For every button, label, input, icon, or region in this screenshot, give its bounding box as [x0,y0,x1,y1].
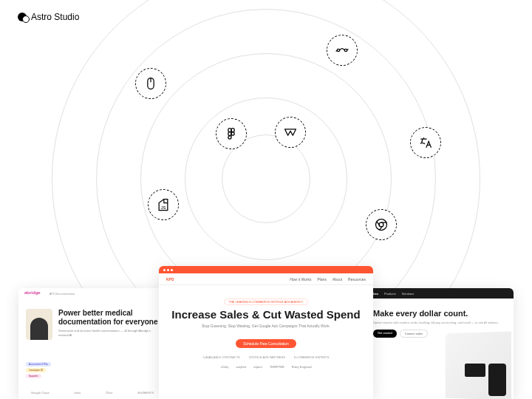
showcase-card-abridge: abridge API Documentation Power better m… [18,288,166,399]
card-brand: KPD [166,277,174,282]
logo: THRIFTED [270,365,284,369]
figma-icon [216,118,247,149]
hero-image [26,309,52,340]
card-nav: KPD How it Works Plans About Resources [159,273,373,285]
phone-mockup [488,364,506,396]
pen-tool-icon [327,35,358,66]
svg-point-3 [344,49,347,51]
logo: ELEMENTS [137,391,154,395]
translate-icon [410,127,441,158]
pill: Lorazepam 20 [26,368,46,372]
secondary-button[interactable]: Contact sales [400,330,428,338]
cta-button[interactable]: Schedule Free Consultation [236,339,296,348]
svg-point-10 [379,222,383,227]
card-sub: Summarize and structure health conversat… [58,329,159,337]
astro-logo-mark [18,13,27,21]
svg-text:JS: JS [161,205,166,210]
pill: Ibuprofen [26,374,41,378]
meta-row: 5-AVAILABLE CONTRACTS GOOGLE ADS PARTNER… [168,355,364,359]
badge: THE LEADING E-COMMERCE GOOGLE ADS AGENCY [224,299,309,305]
logo: Google Cloud [31,391,49,395]
logo: twilio [74,391,81,395]
logo: Ruby England [292,365,312,369]
showcase-cards: abridge API Documentation Power better m… [0,251,532,399]
mouse-icon [135,68,166,99]
logo: wayfair [236,365,247,369]
meta-item: GOOGLE ADS PARTNERS [249,355,285,359]
card-mockup [465,364,485,377]
card-body: Power better medical documentation for e… [18,299,166,350]
card-headline: Make every dollar count. [373,309,506,318]
pill-group: Assessment & Plan Lorazepam 20 Ibuprofen [26,362,51,378]
svg-rect-5 [231,129,234,132]
webflow-icon [275,117,306,148]
showcase-card-brex: Brex Products Solutions Make every dolla… [366,288,514,399]
card-sub: Spend smarter with modern cards, banking… [373,321,506,325]
brand-logo: Astro Studio [18,12,79,22]
svg-point-7 [231,132,234,135]
svg-point-2 [337,49,339,51]
card-brand: abridge [24,290,41,295]
nav-item: Plans [318,277,327,282]
nav-item: Products [384,292,396,296]
logo: alpani [253,365,262,369]
card-body: THE LEADING E-COMMERCE GOOGLE ADS AGENCY… [159,285,373,376]
brand-name: Astro Studio [31,12,79,22]
card-nav: Brex Products Solutions [366,288,514,299]
card-headline: Increase Sales & Cut Wasted Spend [168,308,364,321]
nav-item: About [332,277,342,282]
logo-row: Google Cloud twilio Olive ELEMENTS [18,391,166,395]
logo: Olive [106,391,112,395]
chrome-icon [366,209,397,240]
nav-item: Solutions [402,292,414,296]
card-sub: Stop Guessing. Stop Wasting. Get Google … [168,324,364,329]
showcase-card-kpd: KPD How it Works Plans About Resources T… [159,266,373,399]
logo-row: sOnly wayfair alpani THRIFTED Ruby Engla… [168,365,364,369]
svg-point-9 [376,219,387,231]
meta-item: 5-AVAILABLE CONTRACTS [202,355,240,359]
nav-item: API Documentation [50,292,75,296]
nav-item: How it Works [290,277,311,282]
card-nav: abridge API Documentation [18,288,166,299]
javascript-icon: JS [148,189,179,220]
logo: sOnly [220,365,228,369]
browser-chrome [159,266,373,273]
primary-button[interactable]: Get started [373,330,397,338]
nav-item: Resources [348,277,366,282]
card-headline: Power better medical documentation for e… [58,309,159,327]
pill: Assessment & Plan [26,362,51,366]
meta-item: E-COMMERCE EXPERTS [294,355,330,359]
